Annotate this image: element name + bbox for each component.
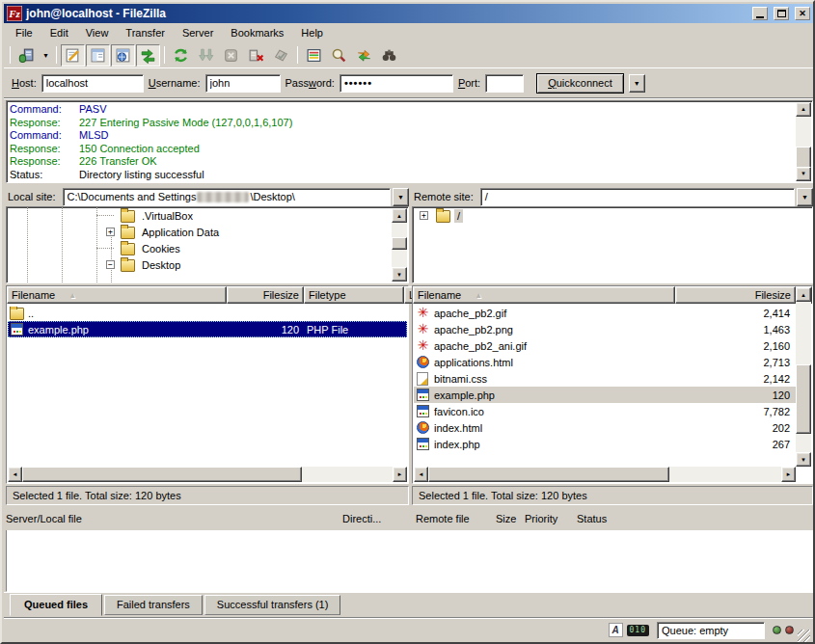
file-row[interactable]: applications.html 2,713 — [414, 354, 796, 370]
scroll-up-icon[interactable]: ▲ — [392, 208, 407, 223]
username-input[interactable] — [205, 74, 281, 93]
port-label: Port: — [458, 77, 480, 89]
local-tree-scrollbar[interactable]: ▲ ▼ — [392, 208, 407, 282]
menu-edit[interactable]: Edit — [41, 24, 77, 41]
remote-site-combo[interactable]: / — [480, 188, 795, 206]
column-header-filetype[interactable]: Filetype — [304, 286, 404, 304]
scrollbar-thumb[interactable] — [22, 467, 302, 482]
collapse-icon[interactable]: − — [106, 260, 115, 269]
toggle-message-log-button[interactable] — [61, 44, 85, 67]
queue-header: Server/Local file Directi... Remote file… — [6, 513, 813, 530]
scroll-down-icon[interactable]: ▼ — [796, 452, 811, 467]
file-row[interactable]: apache_pb2.gif 2,414 — [414, 305, 796, 321]
tab-queued-files[interactable]: Queued files — [10, 594, 102, 616]
local-site-dropdown-button[interactable]: ▼ — [393, 188, 409, 206]
column-header-spacer — [736, 513, 813, 530]
column-header-size[interactable]: Size — [496, 513, 525, 530]
transfer-type-ascii-icon[interactable]: A — [609, 623, 623, 637]
local-list-hscrollbar[interactable]: ◄ ► — [8, 467, 407, 482]
tab-successful-transfers[interactable]: Successful transfers (1) — [204, 595, 341, 615]
quickconnect-dropdown-button[interactable]: ▼ — [629, 74, 645, 93]
remote-list-vscrollbar[interactable]: ▲ ▼ — [796, 287, 811, 467]
column-header-filename[interactable]: Filename▲ — [7, 286, 227, 304]
title-bar[interactable]: Fz john@localhost - FileZilla ✕ — [4, 4, 813, 23]
log-line: Response:227 Entering Passive Mode (127,… — [10, 117, 811, 130]
port-input[interactable] — [485, 74, 524, 93]
local-directory-tree[interactable]: .VirtualBox + Application Data Cookies −… — [6, 206, 409, 283]
remote-site-dropdown-button[interactable]: ▼ — [797, 188, 813, 206]
queue-body[interactable] — [6, 530, 813, 592]
tree-item-application-data[interactable]: + Application Data — [7, 224, 408, 240]
column-header-filename[interactable]: Filename▲ — [413, 286, 675, 304]
file-row[interactable]: bitnami.css 2,142 — [414, 370, 796, 387]
password-input[interactable] — [340, 74, 453, 93]
file-row[interactable]: favicon.ico 7,782 — [414, 403, 796, 419]
site-manager-button[interactable] — [14, 44, 39, 67]
toggle-remote-treeview-button[interactable] — [111, 44, 135, 67]
transfer-type-binary-icon[interactable]: 010 — [627, 625, 649, 636]
host-input[interactable] — [41, 74, 144, 93]
scrollbar-thumb[interactable] — [796, 364, 811, 434]
tree-item-root[interactable]: + / — [413, 207, 812, 224]
tab-failed-transfers[interactable]: Failed transfers — [104, 595, 203, 615]
menu-server[interactable]: Server — [174, 24, 222, 41]
refresh-button[interactable] — [169, 44, 193, 67]
local-site-combo[interactable]: C:\Documents and Settings\Desktop\ — [63, 188, 391, 206]
scrollbar-thumb[interactable] — [428, 467, 669, 482]
file-row[interactable]: apache_pb2_ani.gif 2,160 — [414, 337, 796, 354]
remote-list-hscrollbar[interactable]: ◄ ► — [414, 467, 796, 482]
expand-icon[interactable]: + — [106, 228, 115, 236]
column-header-priority[interactable]: Priority — [525, 513, 577, 530]
remote-directory-tree[interactable]: + / — [412, 206, 813, 283]
close-button[interactable]: ✕ — [795, 7, 810, 20]
file-row-selected[interactable]: example.php 120 PHP File 1 — [8, 321, 407, 337]
menu-transfer[interactable]: Transfer — [117, 24, 174, 41]
scroll-left-icon[interactable]: ◄ — [414, 467, 428, 482]
file-row-parent-dir[interactable]: .. — [8, 305, 407, 321]
minimize-button[interactable] — [752, 7, 768, 20]
synchronized-browsing-button[interactable] — [352, 44, 376, 67]
scroll-right-icon[interactable]: ► — [393, 467, 407, 482]
expand-icon[interactable]: + — [420, 211, 428, 220]
log-line: Command:MLSD — [10, 129, 811, 143]
column-header-remote-file[interactable]: Remote file — [416, 513, 496, 530]
directory-listing-filters-button[interactable] — [302, 44, 326, 67]
process-queue-button[interactable] — [194, 44, 218, 67]
menu-bookmarks[interactable]: Bookmarks — [222, 24, 292, 41]
find-files-button[interactable] — [377, 44, 401, 67]
scroll-right-icon[interactable]: ► — [781, 467, 796, 482]
column-header-direction[interactable]: Directi... — [342, 513, 416, 530]
cancel-operation-button[interactable] — [219, 44, 243, 67]
toggle-local-treeview-button[interactable] — [86, 44, 110, 67]
site-manager-dropdown-button[interactable]: ▼ — [40, 44, 52, 67]
scroll-up-icon[interactable]: ▲ — [796, 102, 811, 117]
column-header-server-local-file[interactable]: Server/Local file — [6, 513, 342, 530]
column-header-filesize[interactable]: Filesize — [675, 286, 796, 304]
menu-help[interactable]: Help — [292, 24, 332, 41]
menu-file[interactable]: File — [7, 24, 41, 41]
directory-comparison-button[interactable] — [327, 44, 351, 67]
column-header-filesize[interactable]: Filesize — [227, 286, 304, 304]
scroll-left-icon[interactable]: ◄ — [8, 467, 22, 482]
quickconnect-button[interactable]: Quickconnect — [536, 73, 624, 94]
resize-grip[interactable] — [798, 630, 810, 642]
scroll-down-icon[interactable]: ▼ — [796, 167, 811, 181]
scroll-up-icon[interactable]: ▲ — [796, 287, 811, 302]
tree-item-cookies[interactable]: Cookies — [7, 240, 408, 256]
file-row-selected[interactable]: example.php 120 — [414, 387, 796, 403]
tree-item-virtualbox[interactable]: .VirtualBox — [7, 207, 408, 224]
tree-item-desktop[interactable]: − Desktop — [7, 256, 408, 273]
column-header-status[interactable]: Status — [577, 513, 736, 530]
abort-button[interactable] — [269, 44, 293, 67]
scroll-down-icon[interactable]: ▼ — [392, 267, 407, 282]
file-row[interactable]: index.php 267 — [414, 436, 796, 452]
disconnect-button[interactable] — [244, 44, 268, 67]
file-row[interactable]: index.html 202 — [414, 419, 796, 436]
scrollbar-thumb[interactable] — [392, 237, 407, 250]
maximize-button[interactable] — [774, 7, 789, 20]
transfer-queue-icon — [140, 47, 156, 64]
menu-view[interactable]: View — [77, 24, 118, 41]
toggle-transfer-queue-button[interactable] — [136, 44, 160, 67]
log-scrollbar[interactable]: ▲ ▼ — [796, 102, 811, 181]
file-row[interactable]: apache_pb2.png 1,463 — [414, 321, 796, 337]
